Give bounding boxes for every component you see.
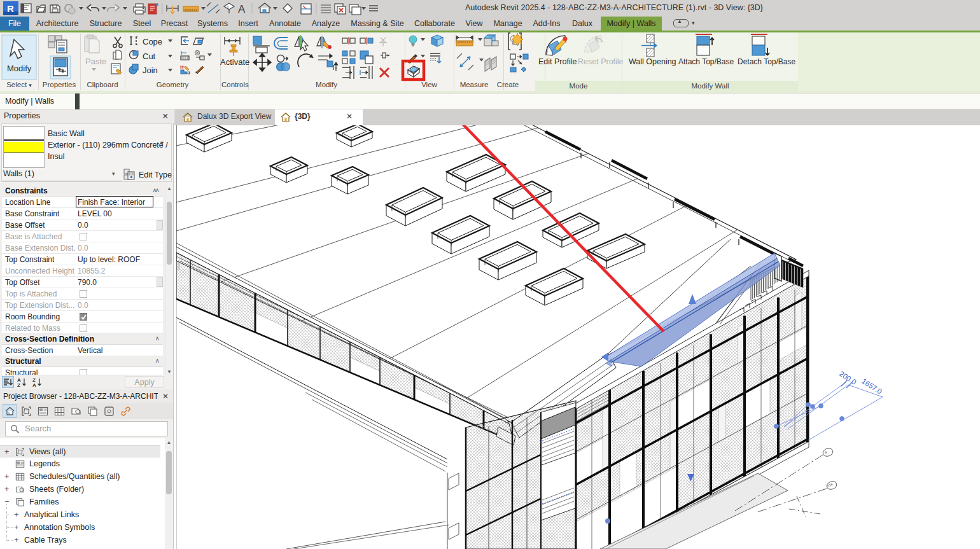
svg-text:Z: Z [17,382,20,387]
svg-text:X16: X16 [826,482,833,488]
svg-text:8: 8 [824,450,828,455]
svg-text:200.0: 200.0 [838,370,858,386]
svg-text:1657.0: 1657.0 [860,377,883,396]
svg-text:A: A [32,382,36,387]
